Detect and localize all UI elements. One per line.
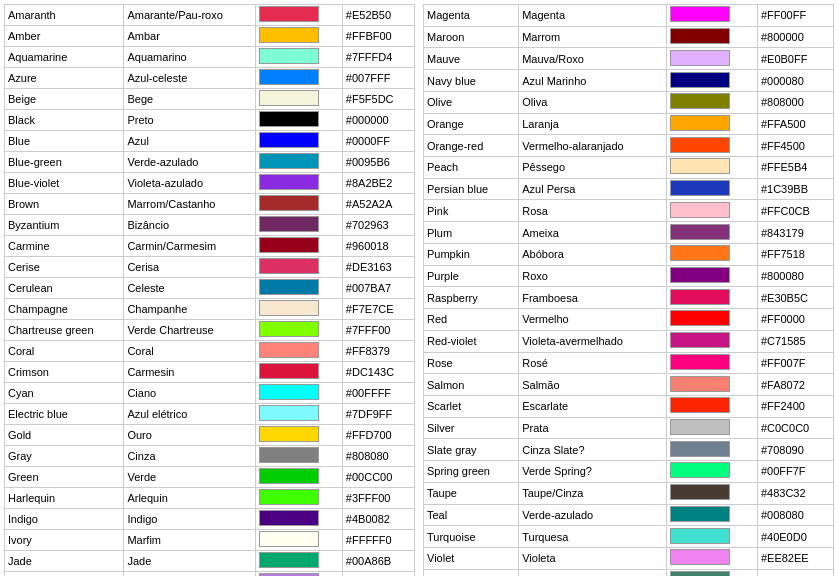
color-swatch-cell	[256, 152, 342, 173]
color-name-en: Blue-green	[5, 152, 124, 173]
table-row: ViridianViridiano#40826D	[424, 569, 834, 576]
color-name-en: Gold	[5, 425, 124, 446]
table-row: Persian blueAzul Persa#1C39BB	[424, 178, 834, 200]
color-name-pt: Mauva/Roxo	[519, 48, 667, 70]
table-row: TealVerde-azulado#008080	[424, 504, 834, 526]
color-hex: #40826D	[757, 569, 833, 576]
color-name-en: Pink	[424, 200, 519, 222]
color-swatch-cell	[666, 243, 757, 265]
table-row: BlueAzul#0000FF	[5, 131, 415, 152]
color-name-pt: Indigo	[124, 509, 256, 530]
color-hex: #808080	[342, 446, 414, 467]
color-name-pt: Verde Chartreuse	[124, 320, 256, 341]
table-row: AquamarineAquamarino#7FFFD4	[5, 47, 415, 68]
color-swatch	[259, 6, 319, 22]
color-hex: #FF8379	[342, 341, 414, 362]
color-name-en: Persian blue	[424, 178, 519, 200]
color-name-pt: Jade	[124, 551, 256, 572]
color-name-pt: Azul-celeste	[124, 68, 256, 89]
color-name-en: Plum	[424, 222, 519, 244]
table-row: BrownMarrom/Castanho#A52A2A	[5, 194, 415, 215]
color-hex: #00A86B	[342, 551, 414, 572]
color-hex: #7DF9FF	[342, 404, 414, 425]
color-name-pt: Aquamarino	[124, 47, 256, 68]
color-swatch-cell	[666, 461, 757, 483]
color-hex: #C71585	[757, 330, 833, 352]
color-swatch	[259, 489, 319, 505]
table-row: CeruleanCeleste#007BA7	[5, 278, 415, 299]
color-swatch	[259, 195, 319, 211]
table-row: PurpleRoxo#800080	[424, 265, 834, 287]
color-swatch-cell	[256, 320, 342, 341]
color-swatch-cell	[256, 68, 342, 89]
color-hex: #B57EDC	[342, 572, 414, 577]
color-hex: #E0B0FF	[757, 48, 833, 70]
color-name-en: Harlequin	[5, 488, 124, 509]
color-swatch-cell	[666, 178, 757, 200]
tables-row: AmaranthAmarante/Pau-roxo#E52B50AmberAmb…	[4, 4, 834, 576]
color-swatch	[670, 397, 730, 413]
color-swatch	[259, 237, 319, 253]
color-name-en: Peach	[424, 157, 519, 179]
color-hex: #960018	[342, 236, 414, 257]
color-name-en: Azure	[5, 68, 124, 89]
table-row: BlackPreto#000000	[5, 110, 415, 131]
color-name-en: Amaranth	[5, 5, 124, 26]
color-hex: #800080	[757, 265, 833, 287]
main-container: AmaranthAmarante/Pau-roxo#E52B50AmberAmb…	[0, 0, 838, 576]
color-name-pt: Framboesa	[519, 287, 667, 309]
color-swatch-cell	[256, 299, 342, 320]
color-hex: #DE3163	[342, 257, 414, 278]
color-hex: #E30B5C	[757, 287, 833, 309]
color-hex: #00FFFF	[342, 383, 414, 404]
color-swatch	[670, 50, 730, 66]
color-swatch	[259, 447, 319, 463]
color-swatch	[259, 27, 319, 43]
color-name-pt: Bizâncio	[124, 215, 256, 236]
color-swatch-cell	[666, 48, 757, 70]
color-name-en: Chartreuse green	[5, 320, 124, 341]
color-swatch-cell	[666, 374, 757, 396]
color-name-pt: Ouro	[124, 425, 256, 446]
color-swatch	[259, 321, 319, 337]
color-hex: #FF0000	[757, 309, 833, 331]
color-name-pt: Oliva	[519, 91, 667, 113]
color-name-pt: Escarlate	[519, 395, 667, 417]
color-name-en: Pumpkin	[424, 243, 519, 265]
color-hex: #7FFF00	[342, 320, 414, 341]
color-name-pt: Violeta-avermelhado	[519, 330, 667, 352]
color-swatch	[670, 202, 730, 218]
color-swatch	[259, 300, 319, 316]
color-swatch-cell	[256, 173, 342, 194]
color-hex: #000000	[342, 110, 414, 131]
color-hex: #FF4500	[757, 135, 833, 157]
color-swatch-cell	[256, 236, 342, 257]
color-name-en: Green	[5, 467, 124, 488]
color-hex: #FF007F	[757, 352, 833, 374]
table-row: MaroonMarrom#800000	[424, 26, 834, 48]
color-hex: #0095B6	[342, 152, 414, 173]
table-row: TaupeTaupe/Cinza#483C32	[424, 482, 834, 504]
color-name-en: Scarlet	[424, 395, 519, 417]
color-name-en: Jade	[5, 551, 124, 572]
color-swatch-cell	[256, 551, 342, 572]
table-row: AmaranthAmarante/Pau-roxo#E52B50	[5, 5, 415, 26]
color-hex: #483C32	[757, 482, 833, 504]
color-name-pt: Verde-azulado	[519, 504, 667, 526]
color-name-en: Salmon	[424, 374, 519, 396]
color-swatch-cell	[256, 131, 342, 152]
color-name-pt: Azul elétrico	[124, 404, 256, 425]
color-swatch	[670, 462, 730, 478]
color-name-en: Byzantium	[5, 215, 124, 236]
color-swatch	[670, 289, 730, 305]
color-name-pt: Carmesin	[124, 362, 256, 383]
table-row: MauveMauva/Roxo#E0B0FF	[424, 48, 834, 70]
color-name-en: Carmine	[5, 236, 124, 257]
color-swatch	[670, 376, 730, 392]
color-name-pt: Vermelho-alaranjado	[519, 135, 667, 157]
color-swatch-cell	[666, 5, 757, 27]
color-name-en: Ivory	[5, 530, 124, 551]
color-swatch	[670, 332, 730, 348]
color-swatch-cell	[256, 47, 342, 68]
color-swatch	[670, 528, 730, 544]
